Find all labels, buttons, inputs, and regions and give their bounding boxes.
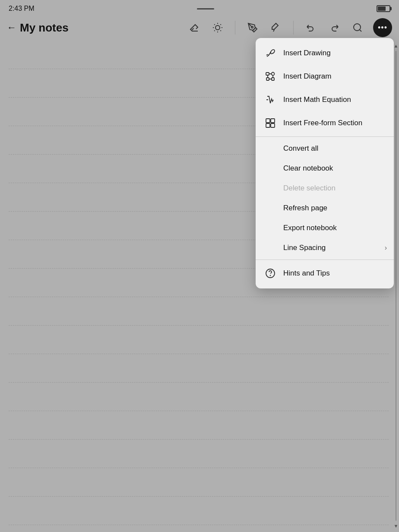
menu-section-help: Hints and Tips [256, 260, 394, 288]
svg-rect-11 [266, 73, 269, 75]
menu-item-clear-notebook[interactable]: Clear notebook [256, 158, 394, 178]
insert-math-label: Insert Math Equation [283, 95, 351, 104]
menu-item-insert-freeform[interactable]: Insert Free-form Section [256, 111, 394, 135]
more-button[interactable]: ••• [373, 18, 392, 37]
notebook-line [9, 297, 389, 326]
context-menu: Insert Drawing Insert Diagram [256, 38, 394, 288]
search-button[interactable] [350, 20, 365, 35]
svg-rect-13 [266, 78, 269, 80]
back-button[interactable]: ← My notes [7, 21, 69, 35]
menu-item-insert-math[interactable]: Insert Math Equation [256, 88, 394, 111]
menu-section-insert: Insert Drawing Insert Diagram [256, 38, 394, 137]
drawing-icon [264, 47, 276, 59]
status-bar: 2:43 PM [0, 0, 399, 16]
svg-rect-14 [272, 78, 274, 80]
svg-rect-20 [266, 119, 270, 123]
svg-line-7 [214, 30, 215, 31]
svg-line-8 [220, 24, 221, 25]
scroll-up-arrow[interactable]: ▲ [394, 43, 399, 48]
notebook-line [9, 411, 389, 440]
pen-button[interactable] [245, 20, 260, 35]
line-spacing-label: Line Spacing [283, 244, 326, 252]
toolbar-right: ••• [187, 18, 392, 37]
svg-line-3 [214, 24, 215, 25]
svg-rect-21 [271, 119, 275, 123]
menu-item-delete-selection[interactable]: Delete selection [256, 178, 394, 198]
notebook-line [9, 354, 389, 383]
page-title: My notes [20, 21, 69, 35]
export-notebook-label: Export notebook [283, 224, 337, 232]
notebook-line [9, 326, 389, 354]
menu-item-hints-tips[interactable]: Hints and Tips [256, 262, 394, 285]
svg-point-0 [215, 25, 220, 30]
battery-indicator [377, 5, 390, 12]
battery-icon [377, 5, 390, 12]
chevron-right-icon: › [385, 244, 387, 252]
svg-line-4 [220, 30, 221, 31]
svg-rect-22 [266, 124, 270, 127]
eraser-button[interactable] [187, 20, 202, 35]
toolbar-left: ← My notes [7, 21, 187, 35]
insert-freeform-label: Insert Free-form Section [283, 119, 362, 127]
status-center-indicator [197, 8, 214, 10]
menu-item-export-notebook[interactable]: Export notebook [256, 218, 394, 238]
toolbar: ← My notes [0, 16, 399, 40]
svg-point-9 [251, 26, 253, 28]
menu-item-refresh-page[interactable]: Refresh page [256, 198, 394, 218]
brightness-icon [212, 22, 223, 33]
refresh-page-label: Refresh page [283, 204, 327, 212]
redo-button[interactable] [326, 20, 342, 35]
eraser-icon [189, 22, 200, 33]
notebook-line [9, 383, 389, 411]
notebook-line [9, 497, 389, 525]
status-time: 2:43 PM [9, 5, 35, 13]
redo-icon [329, 22, 339, 33]
undo-icon [306, 22, 316, 33]
pen-icon [247, 22, 258, 33]
search-icon [352, 22, 363, 33]
scroll-down-arrow[interactable]: ▼ [394, 523, 399, 529]
toolbar-divider [235, 21, 235, 35]
diagram-icon [264, 70, 276, 82]
convert-all-label: Convert all [283, 144, 318, 153]
menu-section-actions: Convert all Clear notebook Delete select… [256, 137, 394, 260]
svg-rect-23 [271, 124, 275, 127]
highlighter-icon [271, 22, 281, 33]
menu-item-insert-drawing[interactable]: Insert Drawing [256, 41, 394, 65]
menu-item-insert-diagram[interactable]: Insert Diagram [256, 65, 394, 88]
menu-item-line-spacing[interactable]: Line Spacing › [256, 238, 394, 258]
insert-drawing-label: Insert Drawing [283, 49, 331, 57]
scrollbar[interactable]: ▲ ▼ [393, 40, 399, 532]
highlighter-button[interactable] [268, 20, 284, 35]
delete-selection-label: Delete selection [283, 184, 336, 193]
undo-button[interactable] [303, 20, 319, 35]
notebook-line [9, 468, 389, 497]
insert-diagram-label: Insert Diagram [283, 72, 331, 81]
toolbar-divider-2 [293, 21, 294, 35]
svg-point-10 [354, 24, 361, 31]
brightness-button[interactable] [210, 20, 225, 35]
notebook-line [9, 440, 389, 468]
hints-tips-label: Hints and Tips [283, 269, 330, 278]
clear-notebook-label: Clear notebook [283, 164, 333, 173]
scroll-track [396, 51, 396, 521]
menu-item-convert-all[interactable]: Convert all [256, 139, 394, 158]
more-dots-icon: ••• [378, 23, 387, 32]
back-arrow-icon: ← [7, 22, 16, 33]
freeform-icon [264, 117, 276, 129]
battery-fill [378, 6, 386, 11]
svg-point-25 [270, 276, 271, 276]
question-icon [264, 267, 276, 279]
svg-point-12 [272, 73, 275, 76]
math-icon [264, 94, 276, 106]
